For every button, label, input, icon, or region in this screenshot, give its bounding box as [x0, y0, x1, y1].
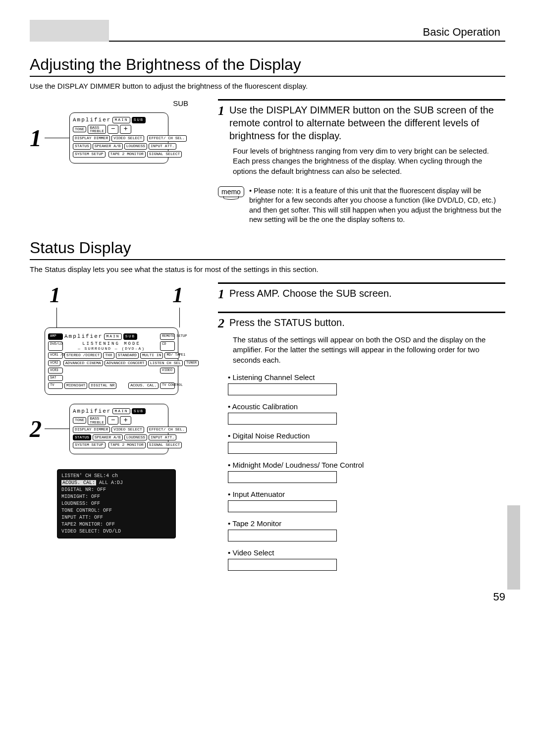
sub-label-top: SUB	[30, 99, 203, 108]
rlg-main[interactable]: MAIN	[104, 333, 121, 340]
status-item: • Midnight Mode/ Loudness/ Tone Control	[228, 461, 505, 483]
remote-speaker-ab[interactable]: SPEAKER A/B	[93, 143, 123, 150]
remote2-speaker-ab[interactable]: SPEAKER A/B	[93, 434, 123, 441]
rlg-side-vcr3[interactable]: VCR3	[48, 368, 63, 374]
disp-l7: INPUT ATT: OFF	[61, 514, 171, 521]
rlg-stereo-direct[interactable]: STEREO /DIRECT	[64, 352, 102, 359]
rlg-midnight[interactable]: MIDNIGHT	[64, 382, 87, 389]
status-item-field	[228, 559, 337, 571]
s2-pointer-2: 2	[30, 415, 42, 442]
remote-effect-ch-sel[interactable]: EFFECT/ CH SEL.	[147, 135, 187, 142]
remote-tape2-monitor[interactable]: TAPE 2 MONITOR	[108, 151, 146, 158]
disp-l9: VIDEO SELECT: DVD/LD	[61, 528, 171, 535]
remote2-sub[interactable]: SUB	[132, 408, 146, 415]
rlg-side-video[interactable]: VIDEO	[160, 368, 175, 374]
remote2-amp-label: Amplifier	[73, 408, 111, 414]
disp-l6: TONE CONTROL: OFF	[61, 507, 171, 514]
rlg-side-cd[interactable]: CD	[160, 341, 175, 351]
remote2-bass-treble[interactable]: BASSTREBLE	[88, 416, 106, 425]
disp-l1: LISTEN' CH SEL:4 ch	[61, 473, 171, 480]
disp-l8: TAPE2 MONITOR: OFF	[61, 521, 171, 528]
remote2-tape2-monitor[interactable]: TAPE 2 MONITOR	[108, 442, 146, 448]
remote-main-panel: AMP Amplifier MAIN SUB REMOTE SETUP DVD/…	[45, 327, 178, 395]
status-item-label: • Acoustic Calibration	[228, 402, 505, 411]
status-item: • Listening Channel Select	[228, 373, 505, 395]
remote-minus[interactable]: −	[107, 125, 118, 133]
rlg-digital-nr[interactable]: DIGITAL NR	[89, 382, 116, 389]
remote2-plus[interactable]: +	[120, 416, 131, 425]
remote-plus[interactable]: +	[120, 125, 131, 133]
remote-sub-panel-2: Amplifier MAIN SUB TONE BASSTREBLE − + D…	[69, 404, 168, 455]
section2-title: Status Display	[30, 239, 505, 260]
status-item-field	[228, 530, 337, 541]
remote-main-btn[interactable]: MAIN	[112, 117, 130, 123]
s1-step1-body: Four levels of brightness ranging from v…	[233, 146, 505, 176]
remote2-effect-ch-sel[interactable]: EFFECT/ CH SEL.	[147, 427, 187, 433]
remote-loudness[interactable]: LOUDNESS	[124, 143, 147, 150]
status-item-field	[228, 442, 337, 454]
rlg-amp[interactable]: AMP	[48, 333, 63, 340]
remote-sub-btn[interactable]: SUB	[132, 117, 146, 123]
rlg-amp-label: Amplifier	[64, 333, 103, 339]
header-category: Basic Operation	[109, 20, 505, 42]
remote-bass-treble[interactable]: BASSTREBLE	[88, 125, 106, 134]
remote2-video-select[interactable]: VIDEO SELECT	[111, 427, 144, 433]
s2-pointer-1b: 1	[172, 282, 183, 308]
s2-pointer-1a: 1	[50, 282, 60, 308]
remote2-main[interactable]: MAIN	[112, 408, 130, 415]
status-item: • Video Select	[228, 548, 505, 571]
remote2-tone[interactable]: TONE	[73, 417, 86, 424]
rlg-listen-ch-sel[interactable]: LISTEN CH SEL	[148, 360, 183, 367]
remote-input-att[interactable]: INPUT ATT.	[149, 143, 176, 150]
remote2-display-dimmer[interactable]: DISPLAY DIMMER	[73, 427, 110, 433]
disp-l3: DIGITAL NR: OFF	[61, 486, 171, 493]
status-item: • Digital Noise Reduction	[228, 432, 505, 454]
remote-system-setup[interactable]: SYSTEM SETUP	[73, 151, 106, 158]
rlg-remote-setup[interactable]: REMOTE SETUP	[160, 333, 175, 340]
header-left-block	[30, 20, 109, 42]
status-item: • Tape 2 Monitor	[228, 519, 505, 541]
s2-step2-body: The status of the settings will appear o…	[233, 335, 505, 365]
s2-step1-num: 1	[218, 287, 224, 302]
rlg-thx[interactable]: THX	[103, 352, 114, 359]
s2-step2-title: Press the STATUS button.	[229, 316, 345, 329]
remote-display-dimmer[interactable]: DISPLAY DIMMER	[73, 135, 110, 142]
remote2-signal-select[interactable]: SIGNAL SELECT	[147, 442, 182, 448]
s1-step1-title: Use the DISPLAY DIMMER button on the SUB…	[229, 104, 505, 142]
remote2-loudness[interactable]: LOUDNESS	[124, 434, 147, 441]
rlg-sub[interactable]: SUB	[123, 333, 137, 340]
rlg-side-tv[interactable]: TV	[48, 382, 63, 389]
remote-video-select[interactable]: VIDEO SELECT	[111, 135, 144, 142]
status-item-label: • Video Select	[228, 548, 505, 557]
remote2-minus[interactable]: −	[107, 416, 118, 425]
rlg-side-tv-control[interactable]: TV CONTROL	[160, 382, 175, 389]
rlg-adv-concert[interactable]: ADVANCED CONCERT	[105, 360, 147, 367]
rlg-acous-cal[interactable]: ACOUS. CAL.	[128, 382, 159, 389]
pointer-line	[45, 138, 69, 138]
status-item-label: • Digital Noise Reduction	[228, 432, 505, 440]
rlg-side-md[interactable]: MD/ TAPE1	[164, 352, 179, 359]
rlg-side-vcr2[interactable]: VCR2	[48, 360, 60, 367]
rlg-side-sat-x[interactable]: SAT	[48, 375, 63, 381]
remote2-system-setup[interactable]: SYSTEM SETUP	[73, 442, 106, 448]
remote2-input-att[interactable]: INPUT ATT.	[149, 434, 176, 441]
rlg-side-tuner[interactable]: TUNER	[184, 360, 199, 367]
memo-text: • Please note: It is a feature of this u…	[249, 186, 505, 225]
remote2-status[interactable]: STATUS	[73, 434, 91, 441]
rlg-surround: — SURROUND — (DVD-A)	[64, 346, 159, 351]
remote-status[interactable]: STATUS	[73, 143, 91, 150]
vlead	[179, 308, 180, 327]
remote-signal-select[interactable]: SIGNAL SELECT	[147, 151, 182, 158]
rlg-side-vcr1[interactable]: VCR1 /DVR	[48, 352, 63, 359]
rlg-standard[interactable]: STANDARD	[116, 352, 139, 359]
disp-l5: LOUDNESS: OFF	[61, 500, 171, 507]
rlg-side-dvdld[interactable]: DVD/LD	[48, 341, 63, 351]
rlg-adv-cinema[interactable]: ADVANCED CINEMA	[63, 360, 103, 367]
section1-title: Adjusting the Brightness of the Display	[30, 55, 505, 77]
rlg-multi-in[interactable]: MULTI IN	[140, 352, 163, 359]
s2-step1-title: Press AMP. Choose the SUB screen.	[229, 287, 392, 300]
remote-tone[interactable]: TONE	[73, 126, 86, 133]
status-item-field	[228, 471, 337, 483]
rlg-listening-mode: LISTENING MODE	[64, 341, 159, 346]
status-item: • Acoustic Calibration	[228, 402, 505, 425]
